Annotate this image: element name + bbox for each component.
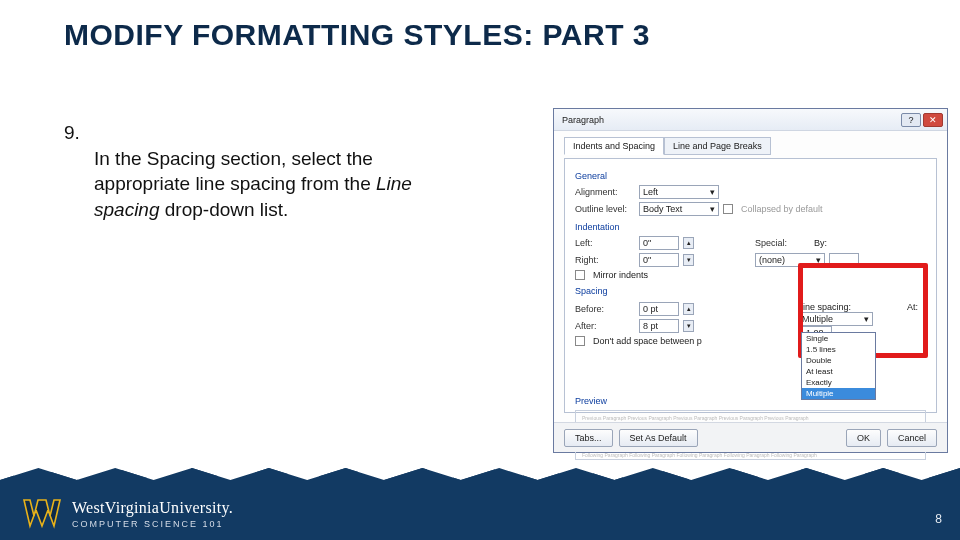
before-spin[interactable]: 0 pt [639,302,679,316]
close-icon[interactable]: ✕ [923,113,943,127]
list-item-text-part2: drop-down list. [160,199,289,220]
outline-combo[interactable]: Body Text ▾ [639,202,719,216]
wvu-logo-block: WestVirginiaUniversity. COMPUTER SCIENCE… [22,498,233,530]
alignment-row: Alignment: Left ▾ [575,185,926,199]
tab-indents-spacing[interactable]: Indents and Spacing [564,137,664,155]
dialog-tabs: Indents and Spacing Line and Page Breaks [564,137,937,155]
preview-line: Following Paragraph Following Paragraph … [582,452,919,458]
outline-row: Outline level: Body Text ▾ Collapsed by … [575,202,926,216]
spinner-icon[interactable]: ▴ [683,303,694,315]
wvu-text: WestVirginiaUniversity. COMPUTER SCIENCE… [72,499,233,529]
after-value: 8 pt [643,321,658,331]
indent-right-spin[interactable]: 0" [639,253,679,267]
instruction-list: 9. In the Spacing section, select the ap… [64,120,464,223]
section-indentation-label: Indentation [575,222,926,232]
dropdown-option[interactable]: Double [802,355,875,366]
before-label: Before: [575,304,635,314]
indent-left-row: Left: 0" ▴ Special: By: [575,236,926,250]
chevron-down-icon: ▾ [710,187,715,197]
dropdown-option[interactable]: Single [802,333,875,344]
course-name: COMPUTER SCIENCE 101 [72,519,233,529]
list-item: 9. In the Spacing section, select the ap… [64,120,464,223]
section-general-label: General [575,171,926,181]
alignment-value: Left [643,187,658,197]
cancel-button[interactable]: Cancel [887,429,937,447]
dropdown-option[interactable]: Exactly [802,377,875,388]
dropdown-option[interactable]: At least [802,366,875,377]
after-label: After: [575,321,635,331]
special-value: (none) [759,255,785,265]
slide-title: MODIFY FORMATTING STYLES: PART 3 [64,18,664,53]
spinner-up-icon[interactable]: ▴ [683,237,694,249]
slide-footer: WestVirginiaUniversity. COMPUTER SCIENCE… [0,480,960,540]
indent-right-label: Right: [575,255,635,265]
indent-left-label: Left: [575,238,635,248]
help-icon[interactable]: ? [901,113,921,127]
by-label: By: [814,238,844,248]
line-spacing-dropdown[interactable]: Single 1.5 lines Double At least Exactly… [801,332,876,400]
alignment-combo[interactable]: Left ▾ [639,185,719,199]
wvu-logo-icon [22,498,62,530]
collapsed-label: Collapsed by default [741,204,823,214]
ok-button[interactable]: OK [846,429,881,447]
dialog-title-text: Paragraph [562,115,604,125]
list-item-number: 9. [64,120,86,146]
mirror-indents-checkbox[interactable] [575,270,585,280]
tabs-button[interactable]: Tabs... [564,429,613,447]
university-name-strong: WestVirginia [72,499,159,516]
list-item-text-part1: In the Spacing section, select the appro… [94,148,376,195]
list-item-text: In the Spacing section, select the appro… [94,146,464,223]
collapsed-checkbox[interactable] [723,204,733,214]
before-value: 0 pt [643,304,658,314]
chevron-down-icon: ▾ [710,204,715,214]
indent-left-value: 0" [643,238,651,248]
no-add-space-checkbox[interactable] [575,336,585,346]
dropdown-option-selected[interactable]: Multiple [802,388,875,399]
dropdown-option[interactable]: 1.5 lines [802,344,875,355]
tab-line-page-breaks[interactable]: Line and Page Breaks [664,137,771,155]
no-add-space-label: Don't add space between p [593,336,702,346]
dialog-footer: Tabs... Set As Default OK Cancel [554,422,947,452]
university-name-light: University [159,499,229,516]
indent-left-spin[interactable]: 0" [639,236,679,250]
outline-value: Body Text [643,204,682,214]
indent-right-value: 0" [643,255,651,265]
special-label: Special: [755,238,810,248]
outline-label: Outline level: [575,204,635,214]
spinner-down-icon[interactable]: ▾ [683,254,694,266]
spinner-icon[interactable]: ▾ [683,320,694,332]
page-number: 8 [935,512,942,526]
university-name-period: . [229,499,233,516]
after-spin[interactable]: 8 pt [639,319,679,333]
paragraph-dialog-screenshot: Paragraph ? ✕ Indents and Spacing Line a… [553,108,948,453]
set-default-button[interactable]: Set As Default [619,429,698,447]
dialog-titlebar: Paragraph ? ✕ [554,109,947,131]
mirror-indents-label: Mirror indents [593,270,648,280]
alignment-label: Alignment: [575,187,635,197]
